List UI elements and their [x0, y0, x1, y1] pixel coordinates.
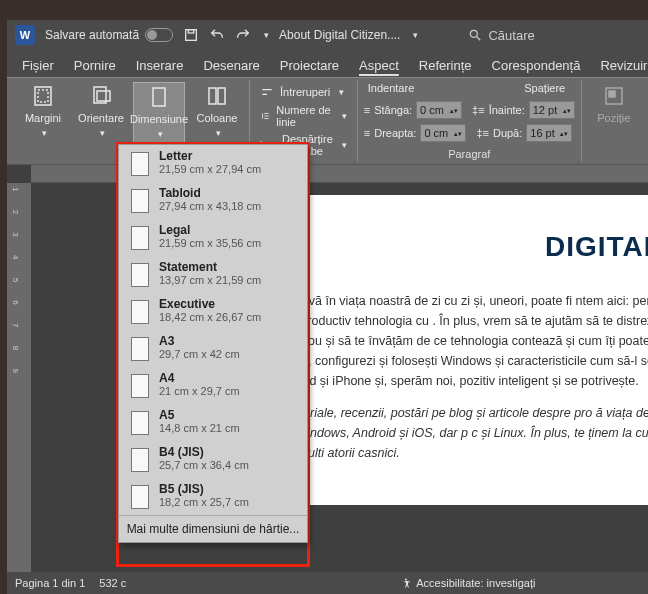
breaks-button[interactable]: Întreruperi▾ — [256, 84, 351, 100]
page-thumb-icon — [131, 374, 149, 398]
document-area: 1 2 3 4 5 6 7 8 9 PRE NOI untem aici DIG… — [7, 165, 648, 572]
size-dimensions: 18,2 cm x 25,7 cm — [159, 496, 249, 508]
tab-pornire[interactable]: Pornire — [65, 54, 125, 77]
size-name: A3 — [159, 334, 240, 348]
size-option-b5-jis-[interactable]: B5 (JIS)18,2 cm x 25,7 cm — [119, 478, 307, 515]
size-option-tabloid[interactable]: Tabloid27,94 cm x 43,18 cm — [119, 182, 307, 219]
tab-proiectare[interactable]: Proiectare — [271, 54, 348, 77]
spacing-after-input[interactable]: 16 pt▴▾ — [526, 124, 572, 142]
indent-left-label: Stânga: — [374, 104, 412, 116]
page-thumb-icon — [131, 300, 149, 324]
indent-right-label: Dreapta: — [374, 127, 416, 139]
size-dimensions: 25,7 cm x 36,4 cm — [159, 459, 249, 471]
size-dimensions: 21,59 cm x 27,94 cm — [159, 163, 261, 175]
indent-right-input[interactable]: 0 cm▴▾ — [420, 124, 466, 142]
size-option-a3[interactable]: A329,7 cm x 42 cm — [119, 330, 307, 367]
page-thumb-icon — [131, 226, 149, 250]
tab-inserare[interactable]: Inserare — [127, 54, 193, 77]
vertical-ruler[interactable]: 1 2 3 4 5 6 7 8 9 — [7, 183, 31, 572]
size-dimensions: 14,8 cm x 21 cm — [159, 422, 240, 434]
search-icon — [468, 28, 482, 42]
page-thumb-icon — [131, 337, 149, 361]
position-button: Poziție — [588, 82, 640, 160]
line-numbers-button[interactable]: Numere de linie▾ — [256, 103, 351, 129]
tab-fișier[interactable]: Fișier — [13, 54, 63, 77]
status-word-count[interactable]: 532 c — [99, 577, 126, 589]
page-thumb-icon — [131, 485, 149, 509]
svg-rect-9 — [209, 88, 216, 104]
spacing-before-icon: ‡≡ — [472, 104, 485, 116]
size-name: B5 (JIS) — [159, 482, 249, 496]
size-option-a4[interactable]: A421 cm x 29,7 cm — [119, 367, 307, 404]
spacing-before-input[interactable]: 12 pt▴▾ — [529, 101, 575, 119]
page-thumb-icon — [131, 263, 149, 287]
size-option-letter[interactable]: Letter21,59 cm x 27,94 cm — [119, 145, 307, 182]
page-thumb-icon — [131, 448, 149, 472]
page-thumb-icon — [131, 411, 149, 435]
size-name: A4 — [159, 371, 240, 385]
toggle-icon[interactable] — [145, 28, 173, 42]
svg-rect-1 — [188, 30, 193, 33]
word-logo-icon: W — [15, 25, 35, 45]
spacing-before-label: Înainte: — [489, 104, 525, 116]
document-title[interactable]: About Digital Citizen.... — [279, 28, 400, 42]
size-option-statement[interactable]: Statement13,97 cm x 21,59 cm — [119, 256, 307, 293]
ribbon-tabs: FișierPornireInserareDesenareProiectareA… — [7, 50, 648, 77]
statusbar: Pagina 1 din 1 532 c Accesibilitate: inv… — [7, 572, 648, 594]
size-dimensions: 13,97 cm x 21,59 cm — [159, 274, 261, 286]
paragraph-group: Indentare Spațiere ≡ Stânga: 0 cm▴▾ ‡≡ Î… — [358, 80, 582, 162]
search-box[interactable]: Căutare — [468, 28, 534, 43]
arrange-group: Poziție În — [582, 80, 648, 162]
size-option-b4-jis-[interactable]: B4 (JIS)25,7 cm x 36,4 cm — [119, 441, 307, 478]
brand-logo: DIGITAL CITI — [545, 225, 648, 270]
tab-revizuire[interactable]: Revizuire — [591, 54, 648, 77]
indent-right-icon: ≡ — [364, 127, 370, 139]
size-dimensions: 29,7 cm x 42 cm — [159, 348, 240, 360]
size-name: Statement — [159, 260, 261, 274]
spacing-after-label: După: — [493, 127, 522, 139]
indent-left-icon: ≡ — [364, 104, 370, 116]
size-dimensions: 18,42 cm x 26,67 cm — [159, 311, 261, 323]
status-page[interactable]: Pagina 1 din 1 — [15, 577, 85, 589]
spacing-after-icon: ‡≡ — [476, 127, 489, 139]
size-option-a5[interactable]: A514,8 cm x 21 cm — [119, 404, 307, 441]
margins-button[interactable]: Margini▾ — [17, 82, 69, 160]
qat-more-icon[interactable]: ▾ — [264, 30, 269, 40]
titlebar: W Salvare automată ▾ About Digital Citiz… — [7, 20, 648, 50]
redo-icon[interactable] — [235, 27, 251, 43]
tab-corespondență[interactable]: Corespondență — [483, 54, 590, 77]
size-name: Tabloid — [159, 186, 261, 200]
word-window: W Salvare automată ▾ About Digital Citiz… — [7, 20, 648, 594]
size-name: Legal — [159, 223, 261, 237]
status-accessibility[interactable]: Accesibilitate: investigați — [400, 577, 535, 589]
page-thumb-icon — [131, 152, 149, 176]
svg-rect-7 — [97, 91, 110, 101]
undo-icon[interactable] — [209, 27, 225, 43]
autosave-toggle[interactable]: Salvare automată — [45, 28, 173, 42]
size-name: B4 (JIS) — [159, 445, 249, 459]
indent-left-input[interactable]: 0 cm▴▾ — [416, 101, 462, 119]
svg-point-13 — [405, 579, 407, 581]
size-option-executive[interactable]: Executive18,42 cm x 26,67 cm — [119, 293, 307, 330]
svg-rect-0 — [186, 30, 197, 41]
spacing-label: Spațiere — [524, 82, 565, 94]
svg-rect-8 — [153, 88, 165, 106]
indent-label: Indentare — [368, 82, 414, 94]
size-name: Letter — [159, 149, 261, 163]
svg-rect-10 — [218, 88, 225, 104]
tab-desenare[interactable]: Desenare — [194, 54, 268, 77]
paragraph-label: Paragraf — [364, 147, 575, 160]
save-icon[interactable] — [183, 27, 199, 43]
tab-aspect[interactable]: Aspect — [350, 54, 408, 77]
svg-rect-5 — [38, 90, 48, 102]
title-chevron-icon[interactable]: ▾ — [413, 30, 418, 40]
size-option-legal[interactable]: Legal21,59 cm x 35,56 cm — [119, 219, 307, 256]
size-dimensions: 21,59 cm x 35,56 cm — [159, 237, 261, 249]
size-name: Executive — [159, 297, 261, 311]
tab-referințe[interactable]: Referințe — [410, 54, 481, 77]
more-paper-sizes[interactable]: Mai multe dimensiuni de hârtie... — [119, 515, 307, 542]
svg-point-2 — [471, 30, 478, 37]
size-name: A5 — [159, 408, 240, 422]
size-dimensions: 27,94 cm x 43,18 cm — [159, 200, 261, 212]
size-dropdown: Letter21,59 cm x 27,94 cmTabloid27,94 cm… — [118, 144, 308, 543]
